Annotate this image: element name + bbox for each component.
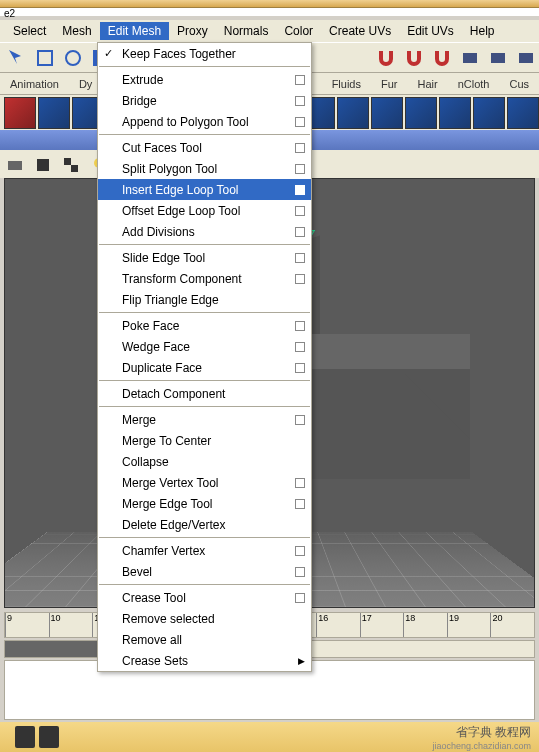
menu-item-keep-faces-together[interactable]: ✓Keep Faces Together [98,43,311,64]
window-title-bar [0,0,539,8]
option-box-icon[interactable] [295,499,305,509]
tool-btn[interactable] [401,45,427,71]
view-btn[interactable] [58,152,84,178]
menu-item-label: Bevel [122,565,152,579]
menu-item-merge[interactable]: Merge [98,409,311,430]
menu-help[interactable]: Help [462,22,503,40]
menu-separator [99,312,310,313]
tool-btn[interactable] [60,45,86,71]
option-box-icon[interactable] [295,321,305,331]
menu-item-label: Offset Edge Loop Tool [122,204,240,218]
menu-item-merge-vertex-tool[interactable]: Merge Vertex Tool [98,472,311,493]
option-box-icon[interactable] [295,206,305,216]
shelf-button[interactable] [337,97,369,129]
shelf-tab-fluids[interactable]: Fluids [322,75,371,93]
menu-normals[interactable]: Normals [216,22,277,40]
option-box-icon[interactable] [295,253,305,263]
menu-item-crease-tool[interactable]: Crease Tool [98,587,311,608]
option-box-icon[interactable] [295,478,305,488]
shelf-button[interactable] [4,97,36,129]
option-box-icon[interactable] [295,143,305,153]
menu-create-uvs[interactable]: Create UVs [321,22,399,40]
option-box-icon[interactable] [295,274,305,284]
tool-btn[interactable] [457,45,483,71]
menu-item-poke-face[interactable]: Poke Face [98,315,311,336]
timeline-tick: 20 [490,613,534,637]
menu-item-crease-sets[interactable]: Crease Sets▶ [98,650,311,671]
tool-btn[interactable] [513,45,539,71]
timeline-tick: 16 [316,613,360,637]
tool-btn[interactable] [373,45,399,71]
menu-item-bridge[interactable]: Bridge [98,90,311,111]
menu-item-bevel[interactable]: Bevel [98,561,311,582]
menu-item-merge-to-center[interactable]: Merge To Center [98,430,311,451]
shelf-tab-hair[interactable]: Hair [407,75,447,93]
option-box-icon[interactable] [295,342,305,352]
menu-color[interactable]: Color [276,22,321,40]
shelf-button[interactable] [507,97,539,129]
option-box-icon[interactable] [295,75,305,85]
menu-item-slide-edge-tool[interactable]: Slide Edge Tool [98,247,311,268]
menu-item-label: Transform Component [122,272,242,286]
option-box-icon[interactable] [295,227,305,237]
shelf-button[interactable] [371,97,403,129]
shelf-button[interactable] [38,97,70,129]
timeline-tick: 18 [403,613,447,637]
menu-item-duplicate-face[interactable]: Duplicate Face [98,357,311,378]
menu-item-insert-edge-loop-tool[interactable]: Insert Edge Loop Tool [98,179,311,200]
option-box-icon[interactable] [295,567,305,577]
svg-point-2 [66,51,80,65]
shelf-button[interactable] [473,97,505,129]
tool-btn[interactable] [485,45,511,71]
tool-btn[interactable] [429,45,455,71]
option-box-icon[interactable] [295,593,305,603]
tool-btn[interactable] [4,45,30,71]
menu-bar: Select Mesh Edit Mesh Proxy Normals Colo… [0,20,539,42]
menu-item-remove-selected[interactable]: Remove selected [98,608,311,629]
option-box-icon[interactable] [295,164,305,174]
menu-item-label: Slide Edge Tool [122,251,205,265]
shelf-tab-ncloth[interactable]: nCloth [448,75,500,93]
option-box-icon[interactable] [295,117,305,127]
shelf-tab-custom[interactable]: Cus [499,75,539,93]
timeline-tick: 9 [5,613,49,637]
option-box-icon[interactable] [295,415,305,425]
option-box-icon[interactable] [295,96,305,106]
menu-item-transform-component[interactable]: Transform Component [98,268,311,289]
menu-edit-mesh[interactable]: Edit Mesh [100,22,169,40]
menu-item-merge-edge-tool[interactable]: Merge Edge Tool [98,493,311,514]
option-box-icon[interactable] [295,185,305,195]
menu-separator [99,584,310,585]
shelf-button[interactable] [439,97,471,129]
view-btn[interactable] [2,152,28,178]
menu-item-collapse[interactable]: Collapse [98,451,311,472]
menu-edit-uvs[interactable]: Edit UVs [399,22,462,40]
render-icon [488,48,508,68]
menu-item-remove-all[interactable]: Remove all [98,629,311,650]
menu-proxy[interactable]: Proxy [169,22,216,40]
menu-item-offset-edge-loop-tool[interactable]: Offset Edge Loop Tool [98,200,311,221]
menu-item-chamfer-vertex[interactable]: Chamfer Vertex [98,540,311,561]
menu-item-wedge-face[interactable]: Wedge Face [98,336,311,357]
shelf-tab-fur[interactable]: Fur [371,75,408,93]
option-box-icon[interactable] [295,363,305,373]
menu-mesh[interactable]: Mesh [54,22,99,40]
menu-select[interactable]: Select [5,22,54,40]
option-box-icon[interactable] [295,546,305,556]
menu-item-append-to-polygon-tool[interactable]: Append to Polygon Tool [98,111,311,132]
shelf-tab-animation[interactable]: Animation [0,75,69,93]
tool-btn[interactable] [32,45,58,71]
shelf-button[interactable] [405,97,437,129]
polygon-object [405,374,470,439]
menu-item-add-divisions[interactable]: Add Divisions [98,221,311,242]
submenu-arrow-icon: ▶ [298,656,305,666]
menu-item-flip-triangle-edge[interactable]: Flip Triangle Edge [98,289,311,310]
menu-item-extrude[interactable]: Extrude [98,69,311,90]
menu-item-detach-component[interactable]: Detach Component [98,383,311,404]
view-btn[interactable] [30,152,56,178]
menu-item-label: Add Divisions [122,225,195,239]
menu-item-split-polygon-tool[interactable]: Split Polygon Tool [98,158,311,179]
select-icon [35,48,55,68]
menu-item-delete-edge-vertex[interactable]: Delete Edge/Vertex [98,514,311,535]
menu-item-cut-faces-tool[interactable]: Cut Faces Tool [98,137,311,158]
